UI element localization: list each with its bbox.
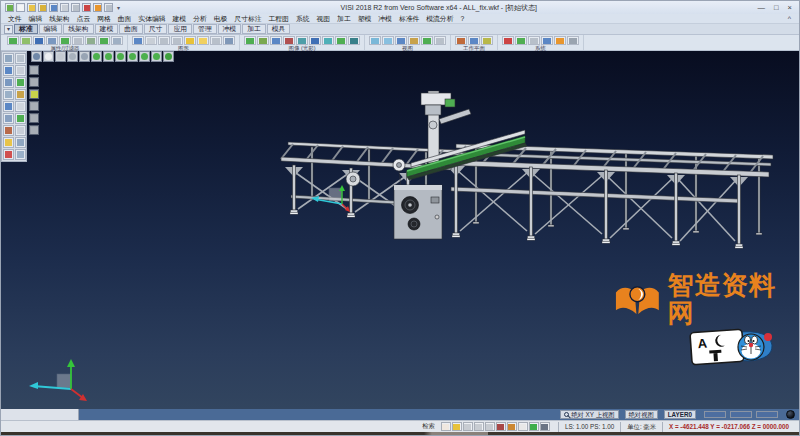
ribbon-collapse-icon[interactable]: ^ — [788, 15, 795, 22]
menu-item[interactable]: ? — [457, 14, 467, 23]
ribbon-tab[interactable]: 建模 — [95, 24, 119, 34]
view-button[interactable] — [103, 51, 114, 62]
color-swatch[interactable] — [730, 411, 752, 418]
palette-tool-icon[interactable] — [15, 53, 26, 64]
menu-item[interactable]: 尺寸标注 — [231, 14, 264, 23]
ribbon-icon[interactable] — [382, 36, 394, 45]
palette-tool-icon[interactable] — [3, 77, 14, 88]
palette-tool-icon[interactable] — [15, 137, 26, 148]
ribbon-icon[interactable] — [33, 36, 45, 45]
ribbon-icon[interactable] — [158, 36, 170, 45]
quick-access-icon[interactable] — [60, 3, 69, 12]
ribbon-icon[interactable] — [145, 36, 157, 45]
ribbon-tab[interactable]: 模具 — [267, 24, 291, 34]
ribbon-icon[interactable] — [257, 36, 269, 45]
palette-tool-icon[interactable] — [15, 113, 26, 124]
menu-item[interactable]: 文件 — [5, 14, 25, 23]
ribbon-icon[interactable] — [244, 36, 256, 45]
ribbon-icon[interactable] — [270, 36, 282, 45]
ribbon-icon[interactable] — [210, 36, 222, 45]
ribbon-icon[interactable] — [20, 36, 32, 45]
quick-access-icon[interactable] — [16, 3, 25, 12]
active-layer-button[interactable]: LAYER0 — [664, 410, 696, 419]
palette-tool-icon[interactable] — [15, 89, 26, 100]
color-swatch[interactable] — [704, 411, 726, 418]
view-button[interactable] — [31, 51, 42, 62]
menu-item[interactable]: 塑模 — [355, 14, 375, 23]
quick-access-icon[interactable] — [82, 3, 91, 12]
ribbon-icon[interactable] — [515, 36, 527, 45]
palette-tool-icon[interactable] — [3, 101, 14, 112]
model-3d-conveyor-machine[interactable] — [1, 51, 799, 409]
ribbon-tab[interactable]: 管理 — [193, 24, 217, 34]
view-button[interactable] — [79, 51, 90, 62]
ribbon-icon[interactable] — [434, 36, 446, 45]
view-mode-button[interactable]: 绝对 XY 上视图 — [560, 410, 618, 419]
palette-tool-icon[interactable] — [3, 149, 14, 160]
minimize-button[interactable]: — — [758, 4, 766, 12]
quick-access-icon[interactable] — [104, 3, 113, 12]
snap-icon[interactable] — [529, 422, 539, 431]
ribbon-icon[interactable] — [408, 36, 420, 45]
view-button[interactable] — [139, 51, 150, 62]
ribbon-icon[interactable] — [421, 36, 433, 45]
palette-tool-icon[interactable] — [15, 77, 26, 88]
viewport-3d[interactable]: 智造资料网 A — [1, 51, 799, 409]
snap-icon[interactable] — [485, 422, 495, 431]
color-swatch[interactable] — [756, 411, 778, 418]
snap-icon[interactable] — [452, 422, 462, 431]
mode-button[interactable] — [29, 125, 39, 135]
view-button[interactable] — [115, 51, 126, 62]
ribbon-icon[interactable] — [46, 36, 58, 45]
quick-access-dropdown-icon[interactable]: ▾ — [117, 4, 120, 11]
view-button[interactable] — [151, 51, 162, 62]
ribbon-icon[interactable] — [554, 36, 566, 45]
snap-icon[interactable] — [507, 422, 517, 431]
menu-item[interactable]: 工程图 — [266, 14, 292, 23]
view-button[interactable] — [163, 51, 174, 62]
menu-item[interactable]: 曲面 — [115, 14, 135, 23]
view-button[interactable] — [91, 51, 102, 62]
maximize-button[interactable]: □ — [774, 4, 779, 12]
ribbon-icon[interactable] — [481, 36, 493, 45]
menu-item[interactable]: 编辑 — [26, 14, 46, 23]
ribbon-icon[interactable] — [184, 36, 196, 45]
menu-item[interactable]: 标准件 — [396, 14, 422, 23]
menu-item[interactable]: 冲模 — [375, 14, 395, 23]
snap-icon[interactable] — [474, 422, 484, 431]
quick-access-icon[interactable] — [38, 3, 47, 12]
ribbon-icon[interactable] — [335, 36, 347, 45]
ribbon-icon[interactable] — [197, 36, 209, 45]
ribbon-icon[interactable] — [541, 36, 553, 45]
ribbon-tab[interactable]: 冲模 — [218, 24, 242, 34]
palette-tool-icon[interactable] — [3, 125, 14, 136]
ribbon-icon[interactable] — [528, 36, 540, 45]
ribbon-icon[interactable] — [85, 36, 97, 45]
ribbon-icon[interactable] — [171, 36, 183, 45]
menu-item[interactable]: 网格 — [94, 14, 114, 23]
ribbon-icon[interactable] — [111, 36, 123, 45]
mode-button[interactable] — [29, 101, 39, 111]
menu-item[interactable]: 点云 — [74, 14, 94, 23]
mode-button[interactable] — [29, 77, 39, 87]
ribbon-tab[interactable]: 尺寸 — [144, 24, 168, 34]
snap-icon[interactable] — [463, 422, 473, 431]
ribbon-icon[interactable] — [502, 36, 514, 45]
ribbon-icon[interactable] — [132, 36, 144, 45]
quick-access-icon[interactable] — [5, 3, 14, 12]
ribbon-tab[interactable]: 应用 — [168, 24, 192, 34]
quick-access-icon[interactable] — [27, 3, 36, 12]
snap-icon[interactable] — [441, 422, 451, 431]
ribbon-icon[interactable] — [455, 36, 467, 45]
ribbon-icon[interactable] — [283, 36, 295, 45]
view-reference-button[interactable]: 绝对视图 — [625, 410, 658, 419]
ribbon-icon[interactable] — [59, 36, 71, 45]
quick-access-icon[interactable] — [49, 3, 58, 12]
ribbon-icon[interactable] — [322, 36, 334, 45]
menu-item[interactable]: 线架构 — [46, 14, 72, 23]
ribbon-icon[interactable] — [567, 36, 579, 45]
snap-icon[interactable] — [518, 422, 528, 431]
ribbon-icon[interactable] — [7, 36, 19, 45]
view-button[interactable] — [127, 51, 138, 62]
ribbon-tab[interactable]: 加工 — [242, 24, 266, 34]
